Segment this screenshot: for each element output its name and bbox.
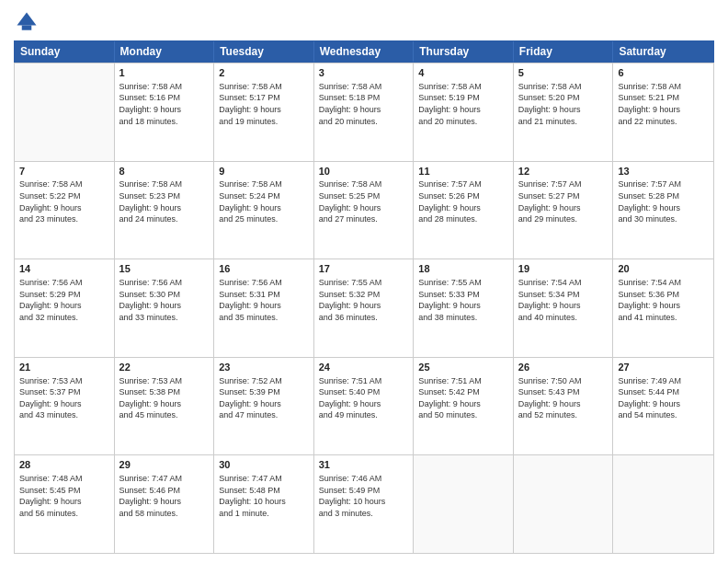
day-number: 28 xyxy=(19,458,109,472)
svg-marker-0 xyxy=(17,13,37,26)
day-number: 11 xyxy=(418,165,508,178)
day-number: 21 xyxy=(19,361,109,374)
calendar-cell: 2Sunrise: 7:58 AM Sunset: 5:17 PM Daylig… xyxy=(214,63,314,161)
day-info: Sunrise: 7:58 AM Sunset: 5:18 PM Dayligh… xyxy=(319,81,409,127)
calendar-cell: 3Sunrise: 7:58 AM Sunset: 5:18 PM Daylig… xyxy=(314,63,415,161)
calendar-cell: 16Sunrise: 7:56 AM Sunset: 5:31 PM Dayli… xyxy=(214,259,314,357)
calendar-cell: 7Sunrise: 7:58 AM Sunset: 5:22 PM Daylig… xyxy=(15,162,115,259)
day-number: 25 xyxy=(418,361,508,374)
header xyxy=(14,9,714,35)
day-number: 12 xyxy=(518,165,609,178)
calendar-cell: 21Sunrise: 7:53 AM Sunset: 5:37 PM Dayli… xyxy=(15,358,115,455)
day-info: Sunrise: 7:47 AM Sunset: 5:46 PM Dayligh… xyxy=(119,473,210,519)
day-info: Sunrise: 7:58 AM Sunset: 5:24 PM Dayligh… xyxy=(219,178,309,224)
day-info: Sunrise: 7:58 AM Sunset: 5:16 PM Dayligh… xyxy=(119,81,210,127)
day-number: 10 xyxy=(319,165,409,178)
day-number: 15 xyxy=(119,262,210,276)
calendar-cell: 13Sunrise: 7:57 AM Sunset: 5:28 PM Dayli… xyxy=(613,162,713,259)
day-info: Sunrise: 7:58 AM Sunset: 5:21 PM Dayligh… xyxy=(618,81,709,127)
calendar-header-cell: Tuesday xyxy=(214,41,314,62)
calendar-cell: 19Sunrise: 7:54 AM Sunset: 5:34 PM Dayli… xyxy=(514,259,614,357)
day-number: 17 xyxy=(319,262,409,276)
day-info: Sunrise: 7:56 AM Sunset: 5:30 PM Dayligh… xyxy=(119,277,210,323)
day-info: Sunrise: 7:56 AM Sunset: 5:29 PM Dayligh… xyxy=(19,277,109,323)
day-info: Sunrise: 7:58 AM Sunset: 5:22 PM Dayligh… xyxy=(19,178,109,224)
calendar-cell: 5Sunrise: 7:58 AM Sunset: 5:20 PM Daylig… xyxy=(514,63,614,161)
day-info: Sunrise: 7:53 AM Sunset: 5:37 PM Dayligh… xyxy=(19,375,109,421)
day-info: Sunrise: 7:50 AM Sunset: 5:43 PM Dayligh… xyxy=(518,375,609,421)
day-info: Sunrise: 7:49 AM Sunset: 5:44 PM Dayligh… xyxy=(618,375,709,421)
day-number: 16 xyxy=(219,262,309,276)
day-number: 22 xyxy=(119,361,210,374)
day-number: 29 xyxy=(119,458,210,472)
calendar-row: 7Sunrise: 7:58 AM Sunset: 5:22 PM Daylig… xyxy=(15,161,713,259)
day-info: Sunrise: 7:46 AM Sunset: 5:49 PM Dayligh… xyxy=(319,473,409,519)
page: SundayMondayTuesdayWednesdayThursdayFrid… xyxy=(0,0,728,563)
day-number: 8 xyxy=(119,165,210,178)
day-info: Sunrise: 7:53 AM Sunset: 5:38 PM Dayligh… xyxy=(119,375,210,421)
day-info: Sunrise: 7:57 AM Sunset: 5:28 PM Dayligh… xyxy=(618,178,709,224)
calendar-cell: 28Sunrise: 7:48 AM Sunset: 5:45 PM Dayli… xyxy=(15,455,115,553)
day-info: Sunrise: 7:58 AM Sunset: 5:25 PM Dayligh… xyxy=(319,178,409,224)
calendar-cell: 23Sunrise: 7:52 AM Sunset: 5:39 PM Dayli… xyxy=(214,358,314,455)
logo-icon xyxy=(14,9,40,35)
calendar-cell: 4Sunrise: 7:58 AM Sunset: 5:19 PM Daylig… xyxy=(414,63,514,161)
calendar-body: 1Sunrise: 7:58 AM Sunset: 5:16 PM Daylig… xyxy=(14,63,714,554)
calendar-cell: 20Sunrise: 7:54 AM Sunset: 5:36 PM Dayli… xyxy=(613,259,713,357)
day-info: Sunrise: 7:58 AM Sunset: 5:20 PM Dayligh… xyxy=(518,81,609,127)
day-number: 24 xyxy=(319,361,409,374)
calendar-cell: 12Sunrise: 7:57 AM Sunset: 5:27 PM Dayli… xyxy=(514,162,614,259)
day-number: 23 xyxy=(219,361,309,374)
day-number: 20 xyxy=(618,262,709,276)
day-number: 1 xyxy=(119,66,210,80)
day-info: Sunrise: 7:57 AM Sunset: 5:27 PM Dayligh… xyxy=(518,178,609,224)
calendar-header-cell: Monday xyxy=(115,41,215,62)
day-info: Sunrise: 7:55 AM Sunset: 5:32 PM Dayligh… xyxy=(319,277,409,323)
calendar-cell xyxy=(514,455,614,553)
calendar-row: 21Sunrise: 7:53 AM Sunset: 5:37 PM Dayli… xyxy=(15,357,713,455)
day-info: Sunrise: 7:48 AM Sunset: 5:45 PM Dayligh… xyxy=(19,473,109,519)
calendar-cell: 26Sunrise: 7:50 AM Sunset: 5:43 PM Dayli… xyxy=(514,358,614,455)
day-number: 30 xyxy=(219,458,309,472)
day-number: 27 xyxy=(618,361,709,374)
calendar-cell: 18Sunrise: 7:55 AM Sunset: 5:33 PM Dayli… xyxy=(414,259,514,357)
day-number: 19 xyxy=(518,262,609,276)
calendar-cell: 24Sunrise: 7:51 AM Sunset: 5:40 PM Dayli… xyxy=(314,358,415,455)
day-info: Sunrise: 7:58 AM Sunset: 5:23 PM Dayligh… xyxy=(119,178,210,224)
calendar-cell xyxy=(613,455,713,553)
calendar-cell: 25Sunrise: 7:51 AM Sunset: 5:42 PM Dayli… xyxy=(414,358,514,455)
calendar-cell xyxy=(414,455,514,553)
logo xyxy=(14,9,43,35)
day-number: 31 xyxy=(319,458,409,472)
day-number: 13 xyxy=(618,165,709,178)
calendar-cell: 14Sunrise: 7:56 AM Sunset: 5:29 PM Dayli… xyxy=(15,259,115,357)
calendar-header-cell: Sunday xyxy=(15,41,115,62)
calendar-header-row: SundayMondayTuesdayWednesdayThursdayFrid… xyxy=(14,40,714,63)
calendar: SundayMondayTuesdayWednesdayThursdayFrid… xyxy=(14,40,714,554)
calendar-cell: 17Sunrise: 7:55 AM Sunset: 5:32 PM Dayli… xyxy=(314,259,415,357)
day-info: Sunrise: 7:52 AM Sunset: 5:39 PM Dayligh… xyxy=(219,375,309,421)
day-number: 6 xyxy=(618,66,709,80)
calendar-cell: 31Sunrise: 7:46 AM Sunset: 5:49 PM Dayli… xyxy=(314,455,415,553)
day-number: 5 xyxy=(518,66,609,80)
calendar-cell: 27Sunrise: 7:49 AM Sunset: 5:44 PM Dayli… xyxy=(613,358,713,455)
calendar-row: 1Sunrise: 7:58 AM Sunset: 5:16 PM Daylig… xyxy=(15,63,713,161)
calendar-header-cell: Thursday xyxy=(414,41,514,62)
day-info: Sunrise: 7:58 AM Sunset: 5:17 PM Dayligh… xyxy=(219,81,309,127)
calendar-cell: 15Sunrise: 7:56 AM Sunset: 5:30 PM Dayli… xyxy=(115,259,215,357)
calendar-cell: 9Sunrise: 7:58 AM Sunset: 5:24 PM Daylig… xyxy=(214,162,314,259)
day-info: Sunrise: 7:57 AM Sunset: 5:26 PM Dayligh… xyxy=(418,178,508,224)
calendar-cell: 29Sunrise: 7:47 AM Sunset: 5:46 PM Dayli… xyxy=(115,455,215,553)
day-info: Sunrise: 7:51 AM Sunset: 5:40 PM Dayligh… xyxy=(319,375,409,421)
day-number: 18 xyxy=(418,262,508,276)
day-number: 9 xyxy=(219,165,309,178)
calendar-row: 14Sunrise: 7:56 AM Sunset: 5:29 PM Dayli… xyxy=(15,259,713,357)
day-info: Sunrise: 7:58 AM Sunset: 5:19 PM Dayligh… xyxy=(418,81,508,127)
calendar-header-cell: Friday xyxy=(514,41,614,62)
day-info: Sunrise: 7:56 AM Sunset: 5:31 PM Dayligh… xyxy=(219,277,309,323)
day-info: Sunrise: 7:54 AM Sunset: 5:36 PM Dayligh… xyxy=(618,277,709,323)
calendar-cell: 30Sunrise: 7:47 AM Sunset: 5:48 PM Dayli… xyxy=(214,455,314,553)
calendar-cell: 11Sunrise: 7:57 AM Sunset: 5:26 PM Dayli… xyxy=(414,162,514,259)
calendar-cell: 6Sunrise: 7:58 AM Sunset: 5:21 PM Daylig… xyxy=(613,63,713,161)
calendar-cell xyxy=(15,63,115,161)
